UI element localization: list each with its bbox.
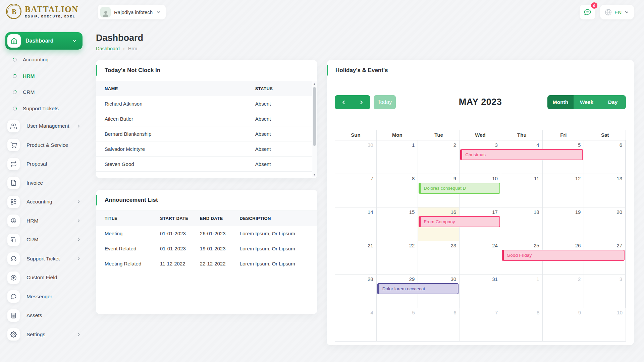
sidebar-item-hrm[interactable]: HRM	[0, 212, 89, 231]
calendar-day-cell[interactable]: 24	[460, 241, 501, 274]
calendar-today-button[interactable]: Today	[374, 95, 396, 109]
sidebar-item-assets[interactable]: Assets	[0, 306, 89, 325]
sidebar-item-label: Settings	[26, 331, 70, 338]
table-cell: 11-12-2022	[151, 256, 191, 271]
sidebar-subitem-label: Accounting	[23, 57, 49, 63]
calendar-day-cell[interactable]: 5	[377, 308, 418, 341]
sidebar-item-crm[interactable]: CRM	[0, 230, 89, 249]
sidebar-icon-tile	[7, 290, 20, 303]
calendar-day-cell[interactable]: 3	[584, 275, 626, 308]
calendar-day-cell[interactable]: 31	[460, 275, 501, 308]
table-cell: Absent	[247, 141, 317, 157]
sidebar-icon-tile	[7, 158, 20, 170]
breadcrumb-link-dashboard[interactable]: Dashboard	[96, 46, 120, 51]
card-accent-bar	[96, 65, 97, 76]
sidebar-subitem-hrm[interactable]: HRM	[0, 68, 89, 84]
calendar-day-cell[interactable]: 7	[335, 174, 377, 207]
calendar-prev-button[interactable]	[335, 95, 353, 109]
sidebar-icon-tile	[7, 196, 20, 208]
calendar-view-day[interactable]: Day	[600, 95, 626, 109]
sidebar-item-label: Support Ticket	[26, 256, 70, 262]
calendar-day-cell[interactable]: 7	[460, 308, 501, 341]
not-clock-in-title: Today's Not Clock In	[105, 67, 160, 74]
calendar-day-cell[interactable]: 21	[335, 241, 377, 274]
table-cell: Absent	[247, 111, 317, 126]
calendar-view-month[interactable]: Month	[547, 95, 574, 109]
sidebar-subitem-support-tickets[interactable]: Support Tickets	[0, 101, 89, 117]
plus-circle-icon	[10, 275, 17, 281]
calendar-event-dolor-lorem-occaecat[interactable]: Dolor lorem occaecat	[377, 283, 459, 294]
sidebar-item-dashboard[interactable]: Dashboard	[5, 32, 83, 50]
calendar-day-cell[interactable]: 6	[584, 140, 626, 174]
scrollbar-thumb[interactable]	[313, 87, 316, 146]
sidebar-item-proposal[interactable]: Proposal	[0, 155, 89, 174]
calendar-view-week[interactable]: Week	[574, 95, 600, 109]
bullet-icon	[12, 89, 18, 95]
calendar-day-cell[interactable]: 1	[501, 275, 543, 308]
messages-button[interactable]: 0	[580, 5, 595, 19]
workspace-switcher[interactable]: Rajodiya infotech	[98, 5, 166, 19]
calendar-day-cell[interactable]: 8	[501, 308, 543, 341]
calendar-event-christmas[interactable]: Christmas	[460, 149, 583, 160]
calendar-day-cell[interactable]: 12	[543, 174, 584, 207]
calendar-day-cell[interactable]: 2	[543, 275, 584, 308]
calendar-event-from-company[interactable]: From Company	[419, 216, 500, 227]
sidebar-item-settings[interactable]: Settings	[0, 325, 89, 344]
calendar-day-cell[interactable]: 8	[377, 174, 418, 207]
calendar-day-cell[interactable]: 11	[501, 174, 543, 207]
calendar-day-cell[interactable]: 1	[377, 140, 418, 174]
avatar	[100, 7, 111, 17]
sidebar-item-label: CRM	[26, 237, 70, 243]
calendar-event-good-friday[interactable]: Good Friday	[502, 250, 625, 261]
calendar-next-button[interactable]	[353, 95, 370, 109]
sidebar-item-product-service[interactable]: Product & Service	[0, 136, 89, 155]
column-header-description: DESCRIPTION	[231, 211, 317, 226]
calendar-day-cell[interactable]: 2	[418, 140, 460, 174]
sidebar-icon-tile	[7, 272, 20, 284]
sidebar-subitem-crm[interactable]: CRM	[0, 84, 89, 101]
sidebar-subitem-label: CRM	[23, 89, 35, 95]
table-scrollbar[interactable]: ▲ ▼	[312, 81, 317, 177]
calendar-event-dolores-consequat-d[interactable]: Dolores consequat D	[419, 183, 500, 194]
chevron-right-icon	[76, 332, 81, 337]
calendar-day-cell[interactable]: 4	[335, 308, 377, 341]
sidebar-item-user-management[interactable]: User Management	[0, 117, 89, 136]
users-icon	[10, 123, 17, 129]
announcement-card: Announcement List TITLESTART DATEEND DAT…	[96, 190, 317, 314]
calendar-day-cell[interactable]: 22	[377, 241, 418, 274]
table-cell: Absent	[247, 96, 317, 111]
calendar-day-cell[interactable]: 15	[377, 207, 418, 241]
sidebar-subitem-accounting[interactable]: Accounting	[0, 52, 89, 68]
calendar-day-cell[interactable]: 23	[418, 241, 460, 274]
sidebar-item-label: Proposal	[26, 161, 81, 167]
sidebar-item-accounting[interactable]: Accounting	[0, 192, 89, 212]
bullet-icon	[12, 57, 17, 62]
calendar-day-cell[interactable]: 18	[501, 207, 543, 241]
workspace-name: Rajodiya infotech	[114, 9, 153, 15]
calendar-day-header-fri: Fri	[543, 130, 584, 140]
calendar-day-cell[interactable]: 19	[543, 207, 584, 241]
calendar-day-cell[interactable]: 10	[584, 308, 626, 341]
widgets-icon	[10, 199, 17, 205]
sidebar-icon-tile	[7, 139, 20, 151]
calendar-day-cell[interactable]: 20	[584, 207, 626, 241]
calendar-day-cell[interactable]: 13	[584, 174, 626, 207]
card-header: Announcement List	[96, 190, 317, 211]
language-selector[interactable]: EN	[600, 5, 634, 19]
calendar-day-cell[interactable]: 9	[543, 308, 584, 341]
table-cell: Meeting Related	[96, 256, 151, 271]
scrollbar-up-arrow[interactable]: ▲	[312, 82, 317, 86]
sidebar-item-custom-field[interactable]: Custom Field	[0, 268, 89, 287]
calendar-day-cell[interactable]: 28	[335, 275, 377, 308]
sidebar-item-invoice[interactable]: Invoice	[0, 174, 89, 193]
calendar-day-cell[interactable]: 30	[335, 140, 377, 174]
scrollbar-down-arrow[interactable]: ▼	[312, 173, 317, 177]
sidebar-item-messenger[interactable]: Messenger	[0, 287, 89, 306]
chevron-right-icon	[76, 199, 81, 204]
chevron-right-icon	[76, 237, 81, 242]
sidebar-item-support-ticket[interactable]: Support Ticket	[0, 249, 89, 268]
calendar-day-cell[interactable]: 14	[335, 207, 377, 241]
calendar-day-cell[interactable]: 6	[418, 308, 460, 341]
brand-badge-icon: B	[6, 4, 21, 19]
sidebar-item-label: User Management	[26, 123, 70, 129]
